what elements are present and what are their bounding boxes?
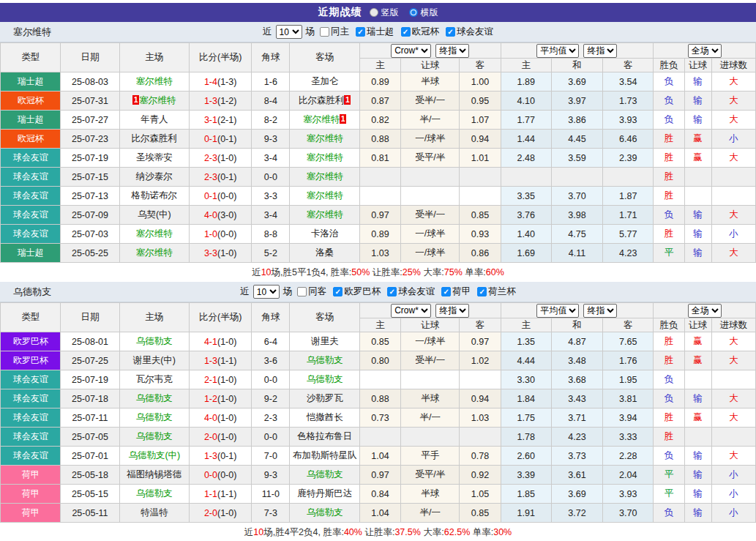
result-outcome: 胜: [654, 149, 684, 168]
corner-count: 9-3: [252, 130, 290, 149]
layout-horizontal-option[interactable]: 横版: [409, 7, 438, 19]
result-outcome: 胜: [654, 187, 684, 206]
checkbox-checked-icon[interactable]: ✓: [441, 287, 451, 296]
team-label: 塞尔维特: [136, 247, 173, 258]
section-summary: 近10场,胜4平2负4, 胜率:40% 让胜率:37.5% 大率:62.5% 单…: [0, 523, 756, 541]
summary-segment: 40%: [344, 527, 362, 537]
league-filter[interactable]: ✓欧罗巴杯: [333, 286, 381, 298]
radio-unchecked-icon[interactable]: [370, 8, 378, 17]
avg-source-select[interactable]: 平均值: [536, 44, 579, 58]
avg-draw: 4.75: [551, 225, 602, 244]
team-label: 乌德勒支(中): [128, 450, 180, 460]
result-handicap: 输: [684, 504, 711, 523]
team-label: 洛桑: [315, 247, 334, 258]
result-goals: 大: [711, 351, 755, 370]
home-team: 乌德勒支: [119, 428, 189, 447]
home-team: 年青人: [119, 111, 189, 130]
avg-away: 2.28: [603, 447, 654, 466]
league-filter[interactable]: ✓瑞士超: [356, 26, 394, 38]
avg-draw: 3.43: [551, 389, 602, 408]
red-card-icon: 1: [132, 95, 139, 105]
odds-source-select[interactable]: Crow*: [391, 304, 431, 318]
layout-vertical-label[interactable]: 竖版: [381, 7, 399, 19]
league-filter[interactable]: ✓荷甲: [441, 286, 471, 298]
odds-away: 1.01: [460, 149, 501, 168]
match-date: 25-07-09: [61, 206, 119, 225]
checkbox-unchecked-icon[interactable]: [297, 287, 307, 296]
team-label: 鹿特丹斯巴达: [297, 488, 352, 499]
half-time-score: (0-0): [217, 229, 236, 239]
odds-source-select[interactable]: Crow*: [391, 44, 431, 58]
home-team: 塞尔维特: [119, 244, 189, 263]
recent-results-page: 近期战绩 竖版 横版 塞尔维特 近10场同主✓瑞士超✓欧冠杯✓球会友谊: [0, 0, 756, 541]
odds-time-select[interactable]: 终指: [435, 304, 469, 318]
odds-away: 0.85: [460, 206, 501, 225]
away-team: 乌德勒支: [290, 504, 359, 523]
recent-count-select[interactable]: 10: [253, 285, 280, 299]
half-time-score: (2-1): [217, 115, 236, 125]
league-type-badge: 球会友谊: [1, 408, 61, 428]
avg-draw: 3.73: [551, 447, 602, 466]
half-time-score: (1-1): [217, 489, 236, 499]
checkbox-checked-icon[interactable]: ✓: [333, 287, 343, 296]
league-filter[interactable]: ✓欧冠杯: [401, 26, 440, 38]
sub-odds-home: 主: [359, 318, 400, 332]
same-venue-filter[interactable]: 同客: [297, 286, 326, 298]
sub-handicap-result: 让球: [684, 318, 711, 332]
team-label: 乌德勒支: [307, 355, 343, 365]
red-card-icon: 1: [340, 114, 346, 124]
recent-count-select[interactable]: 10: [276, 25, 302, 39]
home-team: 比尔森胜利: [119, 130, 189, 149]
team-label: 恺撒酋长: [307, 412, 343, 422]
radio-checked-icon[interactable]: [409, 8, 418, 17]
avg-away: 3.81: [603, 389, 654, 408]
avg-time-select[interactable]: 终指: [583, 304, 617, 318]
full-time-score: 1-3: [204, 96, 217, 106]
avg-time-select[interactable]: 终指: [583, 44, 617, 58]
odds-home: 0.89: [359, 225, 400, 244]
result-outcome: 胜: [654, 168, 684, 187]
layout-vertical-option[interactable]: 竖版: [370, 7, 399, 19]
avg-away: 3.93: [603, 111, 654, 130]
match-row: 瑞士超25-08-03塞尔维特1-4(1-3)1-6圣加仑0.89半球1.001…: [1, 72, 756, 92]
scope-select[interactable]: 全场: [688, 304, 722, 318]
team-label: 瓦尔韦克: [136, 374, 173, 384]
odds-time-select[interactable]: 终指: [435, 44, 469, 58]
avg-source-select[interactable]: 平均值: [536, 304, 579, 318]
layout-horizontal-label[interactable]: 横版: [421, 7, 438, 19]
league-filter[interactable]: ✓球会友谊: [387, 286, 435, 298]
home-team: 乌契(中): [119, 206, 189, 225]
result-handicap: 赢: [684, 351, 711, 370]
corner-count: 8-8: [252, 225, 290, 244]
checkbox-checked-icon[interactable]: ✓: [401, 27, 411, 37]
avg-home: 2.48: [501, 149, 551, 168]
result-goals: 小: [711, 485, 755, 504]
league-type-badge: 瑞士超: [1, 244, 61, 263]
corner-count: 7-3: [252, 504, 290, 523]
match-date: 25-07-15: [61, 168, 119, 187]
team-label: 乌德勒支: [136, 393, 173, 403]
checkbox-unchecked-icon[interactable]: [320, 27, 329, 37]
checkbox-checked-icon[interactable]: ✓: [477, 287, 487, 296]
checkbox-checked-icon[interactable]: ✓: [387, 287, 397, 296]
scope-select[interactable]: 全场: [688, 44, 722, 58]
avg-draw: 4.45: [551, 130, 602, 149]
odds-home: 1.04: [359, 504, 400, 523]
same-venue-filter[interactable]: 同主: [320, 26, 349, 38]
team-label: 塞尔维特: [307, 171, 343, 182]
full-time-score: 4-0: [204, 413, 217, 423]
result-goals: 小: [711, 225, 755, 244]
away-team: 沙勒罗瓦: [290, 389, 359, 408]
league-filter[interactable]: ✓球会友谊: [446, 26, 493, 38]
checkbox-checked-icon[interactable]: ✓: [356, 27, 365, 37]
summary-segment: 37.5%: [394, 527, 420, 537]
odds-handicap: 受平/半: [401, 466, 460, 485]
half-time-score: (1-0): [217, 153, 236, 163]
match-row: 球会友谊25-07-19瓦尔韦克2-1(1-0)0-0乌德勒支3.303.681…: [1, 370, 756, 389]
team-label: 比尔森胜利: [132, 133, 178, 143]
match-row: 球会友谊25-07-19圣埃蒂安2-3(1-0)3-4塞尔维特0.81受平/半1…: [1, 149, 756, 168]
result-handicap: 赢: [684, 149, 711, 168]
avg-away: [603, 168, 654, 187]
checkbox-checked-icon[interactable]: ✓: [446, 27, 455, 37]
league-filter[interactable]: ✓荷兰杯: [477, 286, 516, 298]
